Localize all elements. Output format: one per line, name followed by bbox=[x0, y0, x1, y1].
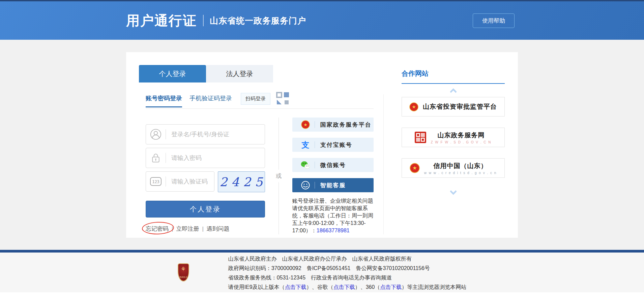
site-title: 用户通行证 bbox=[126, 11, 197, 30]
method-account-password[interactable]: 账号密码登录 bbox=[146, 94, 182, 107]
username-field-box bbox=[146, 124, 265, 144]
footer-line-browser: 请使用IE9及以上版本（点击下载）、谷歌（点击下载）、360（点击下载）等主流浏… bbox=[228, 282, 467, 292]
alipay-icon: 支 bbox=[300, 140, 311, 150]
password-input[interactable] bbox=[166, 155, 265, 162]
national-emblem-icon: ★ bbox=[410, 163, 420, 173]
tab-legal-person-login[interactable]: 法人登录 bbox=[206, 65, 273, 82]
wechat-login-button[interactable]: 微信账号 bbox=[292, 158, 374, 172]
red-seal-icon bbox=[415, 132, 426, 143]
or-text: 或 bbox=[276, 170, 282, 182]
service-phone-link[interactable]: 18663778981 bbox=[317, 228, 350, 233]
svg-text:★: ★ bbox=[412, 104, 416, 109]
partner-sites-title: 合作网站 bbox=[402, 69, 505, 84]
tab-personal-login[interactable]: 个人登录 bbox=[139, 65, 206, 82]
login-links: 忘记密码 | 立即注册 | 遇到问题 bbox=[146, 225, 265, 233]
username-input[interactable] bbox=[166, 131, 265, 138]
method-scan-qr[interactable]: 扫码登录 bbox=[241, 93, 270, 105]
help-button[interactable]: 使用帮助 bbox=[473, 13, 515, 28]
download-360-link[interactable]: 点击下载 bbox=[380, 284, 402, 290]
login-methods: 账号密码登录 手机验证码登录 扫码登录 bbox=[146, 94, 374, 109]
chevron-down-icon[interactable] bbox=[449, 188, 457, 195]
partner-card-zwfw[interactable]: 山东政务服务网 Z W F W . S D . G O V . C N bbox=[402, 128, 505, 147]
site-subtitle: 山东省统一政务服务门户 bbox=[210, 15, 306, 26]
footer-line-icp: 政府网站识别码：3700000092 鲁ICP备05051451 鲁公网安备37… bbox=[228, 264, 467, 273]
third-party-login: ★ 国家政务服务平台 支 支付宝账号 bbox=[292, 118, 374, 234]
customer-service-icon bbox=[300, 180, 311, 190]
login-panel: 个人登录 法人登录 账号密码登录 手机验证码登录 扫码登录 bbox=[126, 52, 518, 238]
svg-text:123: 123 bbox=[152, 179, 159, 184]
chevron-up-icon[interactable] bbox=[449, 88, 457, 95]
login-form: 123 2425 个人登录 忘记密码 bbox=[146, 118, 265, 234]
qr-code-icon[interactable] bbox=[276, 92, 289, 106]
national-emblem-icon: ★ bbox=[300, 120, 311, 129]
smart-customer-service-button[interactable]: 智能客服 bbox=[292, 178, 374, 192]
lock-icon bbox=[146, 153, 166, 163]
partner-card-investment-platform[interactable]: ★ 山东省投资审批监管平台 bbox=[402, 97, 505, 116]
alipay-login-button[interactable]: 支 支付宝账号 bbox=[292, 138, 374, 152]
or-divider: 或 bbox=[265, 118, 292, 234]
personal-login-button[interactable]: 个人登录 bbox=[146, 201, 265, 218]
brand: 用户通行证 山东省统一政务服务门户 bbox=[126, 11, 306, 30]
partner-sites: 合作网站 ★ 山东省投资审批监管平台 bbox=[402, 69, 505, 194]
partner-card-credit-china[interactable]: ★ 信用中国（山东） w w w . c r e d i t s d . g o… bbox=[402, 158, 505, 178]
captcha-123-icon: 123 bbox=[146, 177, 166, 186]
national-gov-platform-button[interactable]: ★ 国家政务服务平台 bbox=[292, 118, 374, 132]
partner-card-url: Z W F W . S D . G O V . C N bbox=[431, 140, 491, 144]
forgot-password-link[interactable]: 忘记密码 bbox=[146, 226, 169, 232]
password-field-box bbox=[146, 148, 265, 168]
brand-divider bbox=[203, 15, 204, 26]
national-emblem-icon: ★ bbox=[409, 102, 418, 111]
register-now-link[interactable]: 立即注册 bbox=[176, 225, 199, 233]
customer-service-notice: 账号登录注册、企业绑定相关问题请优先联系页面中的智能客服系统，客服电话（工作日：… bbox=[292, 197, 374, 234]
partner-card-url: w w w . c r e d i t s d . g o v . c n bbox=[424, 171, 497, 175]
download-ie-link[interactable]: 点击下载 bbox=[285, 284, 306, 290]
captcha-image[interactable]: 2425 bbox=[218, 171, 265, 192]
wechat-icon bbox=[300, 161, 311, 169]
download-chrome-link[interactable]: 点击下载 bbox=[333, 284, 355, 290]
header: 用户通行证 山东省统一政务服务门户 使用帮助 bbox=[0, 0, 644, 40]
badge-label: 党政机关 bbox=[178, 276, 188, 279]
method-sms-code[interactable]: 手机验证码登录 bbox=[189, 94, 232, 106]
main-area: 个人登录 法人登录 账号密码登录 手机验证码登录 扫码登录 bbox=[0, 40, 644, 250]
captcha-input[interactable] bbox=[166, 178, 214, 185]
user-icon bbox=[146, 129, 166, 140]
footer: ⚘ 党政机关 山东省人民政府主办 山东省人民政府办公厅承办 山东省人民政府版权所… bbox=[0, 253, 644, 292]
captcha-field-box: 123 bbox=[146, 171, 214, 192]
login-area: 账号密码登录 手机验证码登录 扫码登录 bbox=[146, 94, 384, 234]
svg-text:★: ★ bbox=[412, 165, 417, 171]
svg-text:★: ★ bbox=[303, 122, 308, 127]
footer-divider-bar bbox=[0, 250, 644, 253]
footer-line-hotline: 省级政务服务热线：0531-12345 行政业务咨询电话见办事咨询频道 bbox=[228, 273, 467, 282]
footer-line-sponsor: 山东省人民政府主办 山东省人民政府办公厅承办 山东省人民政府版权所有 bbox=[228, 254, 467, 264]
have-problem-link[interactable]: 遇到问题 bbox=[207, 225, 230, 233]
gov-agency-badge-icon[interactable]: ⚘ 党政机关 bbox=[178, 263, 189, 281]
